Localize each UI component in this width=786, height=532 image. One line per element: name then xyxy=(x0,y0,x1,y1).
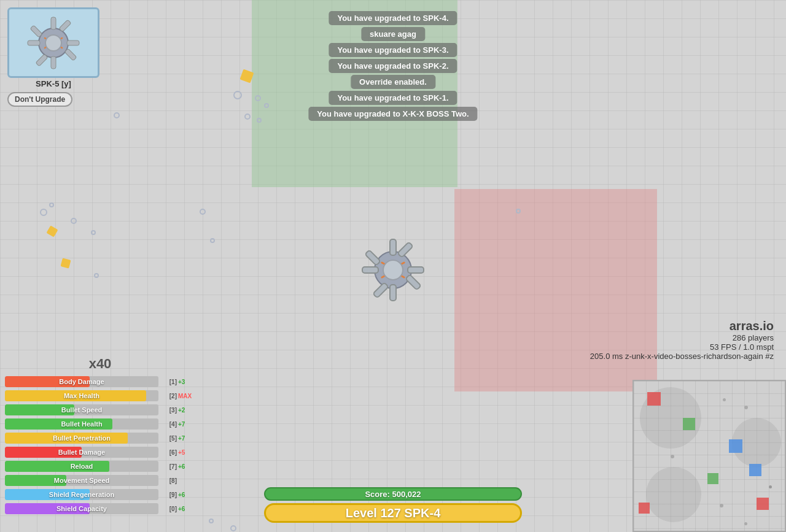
stat-row-1: Max Health[2]MAX xyxy=(5,390,195,402)
stat-bar-fill-7 xyxy=(5,475,66,486)
stat-key-9: [0] xyxy=(160,506,177,512)
svg-rect-20 xyxy=(36,54,48,66)
notif-0: You have upgraded to SPK-4. xyxy=(329,11,457,25)
mm-dot-2 xyxy=(671,455,674,458)
stat-key-8: [9] xyxy=(160,492,177,498)
info-panel: arras.io 286 players 53 FPS / 1.0 mspt 2… xyxy=(590,319,774,361)
stat-bar-container-1: Max Health xyxy=(5,390,158,401)
stat-key-5: [6] xyxy=(160,449,177,456)
debris-circle-8 xyxy=(71,218,77,224)
debris-circle-9 xyxy=(91,230,96,235)
svg-rect-3 xyxy=(362,267,378,273)
debris-circle-13 xyxy=(114,112,120,118)
stat-bar-container-7: Movement Speed xyxy=(5,475,158,486)
svg-point-27 xyxy=(45,35,61,51)
stat-bar-fill-6 xyxy=(5,461,109,472)
svg-rect-15 xyxy=(51,17,56,29)
debris-circle-6 xyxy=(40,209,47,216)
score-bar: Score: 500,022 xyxy=(264,487,522,501)
svg-rect-18 xyxy=(67,40,79,45)
stat-plus-4: +7 xyxy=(178,435,195,442)
debris-circle-11 xyxy=(200,209,206,215)
debris-circle-12 xyxy=(210,238,215,243)
stat-row-0: Body Damage[1]+3 xyxy=(5,376,195,388)
svg-rect-21 xyxy=(30,25,42,37)
notif-5: You have upgraded to SPK-1. xyxy=(329,91,457,105)
stat-bar-container-4: Bullet Penetration xyxy=(5,433,158,444)
stat-key-4: [5] xyxy=(160,435,177,442)
player-tank xyxy=(356,233,430,307)
mm-sq-red-1 xyxy=(647,392,661,406)
mm-sq-blue-2 xyxy=(749,464,761,476)
stat-bar-container-6: Reload xyxy=(5,461,158,472)
red-zone xyxy=(454,189,657,391)
fps-display: 53 FPS / 1.0 mspt xyxy=(590,342,774,352)
stat-bar-fill-4 xyxy=(5,433,128,444)
stat-key-3: [4] xyxy=(160,421,177,428)
debris-circle-2 xyxy=(255,95,261,101)
svg-rect-6 xyxy=(373,282,388,298)
mm-sq-green-2 xyxy=(707,473,718,484)
stat-key-2: [3] xyxy=(160,407,177,414)
mm-sq-red-2 xyxy=(639,503,650,514)
svg-rect-2 xyxy=(390,285,396,301)
stats-container: Body Damage[1]+3Max Health[2]MAXBullet S… xyxy=(5,376,195,515)
stat-bar-container-3: Bullet Health xyxy=(5,418,158,430)
ping-display: 205.0 ms z-unk-x-video-bosses-richardson… xyxy=(590,352,774,361)
mm-dot-6 xyxy=(723,398,726,401)
debris-circle-3 xyxy=(264,103,269,108)
notif-4: Override enabled. xyxy=(351,75,435,89)
stat-bar-fill-0 xyxy=(5,376,90,387)
stat-row-5: Bullet Damage[6]+5 xyxy=(5,446,195,458)
stat-bar-fill-1 xyxy=(5,390,146,401)
dont-upgrade-button[interactable]: Don't Upgrade xyxy=(7,92,72,107)
mm-dot-3 xyxy=(720,504,723,507)
tank-preview xyxy=(7,7,99,78)
svg-rect-5 xyxy=(397,242,413,257)
debris-circle-16 xyxy=(230,525,236,531)
stat-bar-container-8: Shield Regeneration xyxy=(5,489,158,500)
stat-row-7: Movement Speed[8] xyxy=(5,474,195,487)
notif-2: You have upgraded to SPK-3. xyxy=(329,43,457,57)
svg-rect-4 xyxy=(408,267,424,273)
svg-rect-1 xyxy=(390,239,396,255)
svg-rect-7 xyxy=(365,250,380,265)
debris-circle-14 xyxy=(516,209,521,214)
stat-plus-2: +2 xyxy=(178,407,195,414)
stat-bar-fill-8 xyxy=(5,489,90,500)
svg-point-13 xyxy=(383,260,403,280)
tank-key: [y] xyxy=(61,79,71,88)
svg-rect-22 xyxy=(64,48,77,61)
stat-bar-container-9: Shield Capacity xyxy=(5,503,158,514)
stat-bar-container-0: Body Damage xyxy=(5,376,158,387)
minimap-bg xyxy=(634,381,785,531)
stat-plus-3: +7 xyxy=(178,421,195,428)
stat-row-9: Shield Capacity[0]+6 xyxy=(5,503,195,515)
mm-sq-blue-1 xyxy=(729,439,742,453)
mm-sq-red-3 xyxy=(757,498,769,510)
stat-plus-5: +5 xyxy=(178,449,195,456)
stat-row-3: Bullet Health[4]+7 xyxy=(5,418,195,430)
stat-key-7: [8] xyxy=(160,477,177,484)
notif-6: You have upgraded to X-K-X BOSS Two. xyxy=(308,107,477,121)
tank-name-key: SPK-5 [y] xyxy=(7,79,99,88)
notif-3: You have upgraded to SPK-2. xyxy=(329,59,457,73)
stat-bar-container-5: Bullet Damage xyxy=(5,447,158,458)
player-count: 286 players xyxy=(590,333,774,342)
tank-name: SPK-5 xyxy=(36,79,59,88)
stat-row-4: Bullet Penetration[5]+7 xyxy=(5,432,195,444)
stat-row-6: Reload[7]+6 xyxy=(5,460,195,472)
stat-key-0: [1] xyxy=(160,379,177,385)
stats-panel: x40 Body Damage[1]+3Max Health[2]MAXBull… xyxy=(5,356,195,517)
debris-circle-10 xyxy=(94,273,99,278)
svg-rect-19 xyxy=(59,20,71,32)
stat-plus-6: +6 xyxy=(178,463,195,470)
debris-circle-15 xyxy=(209,519,214,523)
stat-bar-fill-9 xyxy=(5,503,90,514)
svg-rect-16 xyxy=(51,56,56,69)
stat-plus-0: +3 xyxy=(178,379,195,385)
mm-dot-1 xyxy=(744,406,748,409)
stat-plus-8: +6 xyxy=(178,492,195,498)
minimap xyxy=(632,380,786,532)
stat-bar-fill-3 xyxy=(5,418,112,430)
